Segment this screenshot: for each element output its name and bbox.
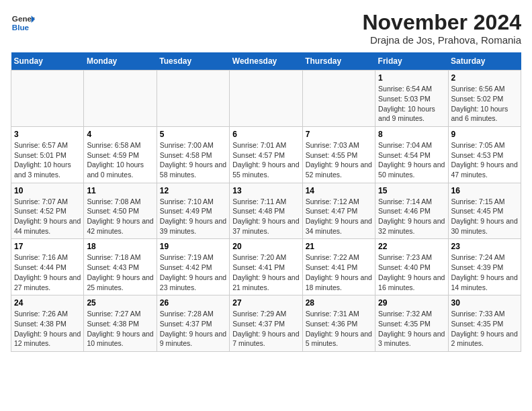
header-tuesday: Tuesday [157, 52, 229, 71]
day-info: Sunrise: 7:26 AM Sunset: 4:38 PM Dayligh… [14, 309, 81, 349]
table-row: 22Sunrise: 7:23 AM Sunset: 4:40 PM Dayli… [375, 239, 448, 295]
table-row: 3Sunrise: 6:57 AM Sunset: 5:01 PM Daylig… [11, 126, 84, 183]
table-row: 1Sunrise: 6:54 AM Sunset: 5:03 PM Daylig… [375, 71, 448, 127]
day-number: 30 [451, 298, 518, 308]
logo-icon: General Blue [11, 11, 35, 35]
calendar-week-3: 17Sunrise: 7:16 AM Sunset: 4:44 PM Dayli… [11, 239, 521, 295]
day-number: 28 [306, 298, 372, 308]
calendar-table: Sunday Monday Tuesday Wednesday Thursday… [11, 52, 521, 352]
day-info: Sunrise: 6:56 AM Sunset: 5:02 PM Dayligh… [451, 84, 518, 124]
day-info: Sunrise: 7:33 AM Sunset: 4:35 PM Dayligh… [451, 309, 518, 349]
table-row: 4Sunrise: 6:58 AM Sunset: 4:59 PM Daylig… [84, 126, 157, 183]
location-subtitle: Drajna de Jos, Prahova, Romania [362, 34, 521, 46]
day-number: 27 [232, 298, 299, 308]
day-number: 21 [306, 242, 372, 251]
day-number: 10 [14, 186, 81, 195]
table-row: 28Sunrise: 7:31 AM Sunset: 4:36 PM Dayli… [302, 295, 375, 352]
month-title: November 2024 [362, 11, 521, 34]
day-info: Sunrise: 7:12 AM Sunset: 4:47 PM Dayligh… [306, 197, 372, 236]
day-info: Sunrise: 7:27 AM Sunset: 4:38 PM Dayligh… [87, 309, 153, 349]
day-info: Sunrise: 7:00 AM Sunset: 4:58 PM Dayligh… [160, 140, 226, 180]
header-friday: Friday [375, 52, 448, 71]
day-number: 22 [378, 242, 445, 251]
table-row [84, 71, 157, 127]
day-number: 13 [232, 186, 299, 195]
table-row: 19Sunrise: 7:19 AM Sunset: 4:42 PM Dayli… [157, 239, 229, 295]
day-info: Sunrise: 6:54 AM Sunset: 5:03 PM Dayligh… [378, 84, 445, 124]
header: General Blue November 2024 Drajna de Jos… [11, 11, 521, 46]
day-number: 16 [451, 186, 518, 195]
table-row: 6Sunrise: 7:01 AM Sunset: 4:57 PM Daylig… [230, 126, 302, 183]
day-info: Sunrise: 7:07 AM Sunset: 4:52 PM Dayligh… [14, 197, 81, 236]
day-number: 29 [378, 298, 445, 308]
calendar-week-1: 3Sunrise: 6:57 AM Sunset: 5:01 PM Daylig… [11, 126, 521, 183]
day-number: 5 [160, 130, 226, 139]
table-row: 29Sunrise: 7:32 AM Sunset: 4:35 PM Dayli… [375, 295, 448, 352]
day-info: Sunrise: 7:19 AM Sunset: 4:42 PM Dayligh… [160, 253, 226, 292]
table-row: 27Sunrise: 7:29 AM Sunset: 4:37 PM Dayli… [230, 295, 302, 352]
day-number: 17 [14, 242, 81, 251]
table-row: 12Sunrise: 7:10 AM Sunset: 4:49 PM Dayli… [157, 183, 229, 239]
day-info: Sunrise: 7:22 AM Sunset: 4:41 PM Dayligh… [306, 253, 372, 292]
day-number: 9 [451, 130, 518, 139]
table-row: 20Sunrise: 7:20 AM Sunset: 4:41 PM Dayli… [230, 239, 302, 295]
day-number: 26 [160, 298, 226, 308]
table-row: 16Sunrise: 7:15 AM Sunset: 4:45 PM Dayli… [448, 183, 521, 239]
table-row: 21Sunrise: 7:22 AM Sunset: 4:41 PM Dayli… [302, 239, 375, 295]
day-info: Sunrise: 6:57 AM Sunset: 5:01 PM Dayligh… [14, 140, 81, 180]
day-number: 23 [451, 242, 518, 251]
day-info: Sunrise: 7:04 AM Sunset: 4:54 PM Dayligh… [378, 140, 445, 180]
day-info: Sunrise: 6:58 AM Sunset: 4:59 PM Dayligh… [87, 140, 153, 180]
day-info: Sunrise: 7:20 AM Sunset: 4:41 PM Dayligh… [232, 253, 299, 292]
table-row: 5Sunrise: 7:00 AM Sunset: 4:58 PM Daylig… [157, 126, 229, 183]
day-info: Sunrise: 7:11 AM Sunset: 4:48 PM Dayligh… [232, 197, 299, 236]
day-info: Sunrise: 7:18 AM Sunset: 4:43 PM Dayligh… [87, 253, 153, 292]
table-row: 15Sunrise: 7:14 AM Sunset: 4:46 PM Dayli… [375, 183, 448, 239]
day-number: 20 [232, 242, 299, 251]
calendar-header-row: Sunday Monday Tuesday Wednesday Thursday… [11, 52, 521, 71]
header-saturday: Saturday [448, 52, 521, 71]
day-number: 8 [378, 130, 445, 139]
table-row: 18Sunrise: 7:18 AM Sunset: 4:43 PM Dayli… [84, 239, 157, 295]
table-row: 10Sunrise: 7:07 AM Sunset: 4:52 PM Dayli… [11, 183, 84, 239]
day-info: Sunrise: 7:15 AM Sunset: 4:45 PM Dayligh… [451, 197, 518, 236]
header-monday: Monday [84, 52, 157, 71]
table-row: 14Sunrise: 7:12 AM Sunset: 4:47 PM Dayli… [302, 183, 375, 239]
day-number: 4 [87, 130, 153, 139]
day-info: Sunrise: 7:05 AM Sunset: 4:53 PM Dayligh… [451, 140, 518, 180]
day-info: Sunrise: 7:03 AM Sunset: 4:55 PM Dayligh… [306, 140, 372, 180]
day-number: 15 [378, 186, 445, 195]
day-info: Sunrise: 7:32 AM Sunset: 4:35 PM Dayligh… [378, 309, 445, 349]
table-row: 26Sunrise: 7:28 AM Sunset: 4:37 PM Dayli… [157, 295, 229, 352]
table-row: 13Sunrise: 7:11 AM Sunset: 4:48 PM Dayli… [230, 183, 302, 239]
table-row: 11Sunrise: 7:08 AM Sunset: 4:50 PM Dayli… [84, 183, 157, 239]
table-row: 8Sunrise: 7:04 AM Sunset: 4:54 PM Daylig… [375, 126, 448, 183]
title-area: November 2024 Drajna de Jos, Prahova, Ro… [362, 11, 521, 46]
table-row: 17Sunrise: 7:16 AM Sunset: 4:44 PM Dayli… [11, 239, 84, 295]
table-row [11, 71, 84, 127]
table-row [230, 71, 302, 127]
day-number: 18 [87, 242, 153, 251]
day-number: 11 [87, 186, 153, 195]
day-info: Sunrise: 7:31 AM Sunset: 4:36 PM Dayligh… [306, 309, 372, 349]
day-number: 2 [451, 73, 518, 83]
header-thursday: Thursday [302, 52, 375, 71]
day-info: Sunrise: 7:01 AM Sunset: 4:57 PM Dayligh… [232, 140, 299, 180]
day-number: 14 [306, 186, 372, 195]
day-info: Sunrise: 7:14 AM Sunset: 4:46 PM Dayligh… [378, 197, 445, 236]
day-number: 19 [160, 242, 226, 251]
day-info: Sunrise: 7:29 AM Sunset: 4:37 PM Dayligh… [232, 309, 299, 349]
day-number: 25 [87, 298, 153, 308]
header-wednesday: Wednesday [230, 52, 302, 71]
day-info: Sunrise: 7:28 AM Sunset: 4:37 PM Dayligh… [160, 309, 226, 349]
day-info: Sunrise: 7:16 AM Sunset: 4:44 PM Dayligh… [14, 253, 81, 292]
day-info: Sunrise: 7:10 AM Sunset: 4:49 PM Dayligh… [160, 197, 226, 236]
day-info: Sunrise: 7:08 AM Sunset: 4:50 PM Dayligh… [87, 197, 153, 236]
svg-text:Blue: Blue [12, 23, 30, 32]
table-row [157, 71, 229, 127]
table-row: 23Sunrise: 7:24 AM Sunset: 4:39 PM Dayli… [448, 239, 521, 295]
table-row: 2Sunrise: 6:56 AM Sunset: 5:02 PM Daylig… [448, 71, 521, 127]
day-info: Sunrise: 7:23 AM Sunset: 4:40 PM Dayligh… [378, 253, 445, 292]
table-row: 24Sunrise: 7:26 AM Sunset: 4:38 PM Dayli… [11, 295, 84, 352]
logo: General Blue [11, 11, 35, 35]
